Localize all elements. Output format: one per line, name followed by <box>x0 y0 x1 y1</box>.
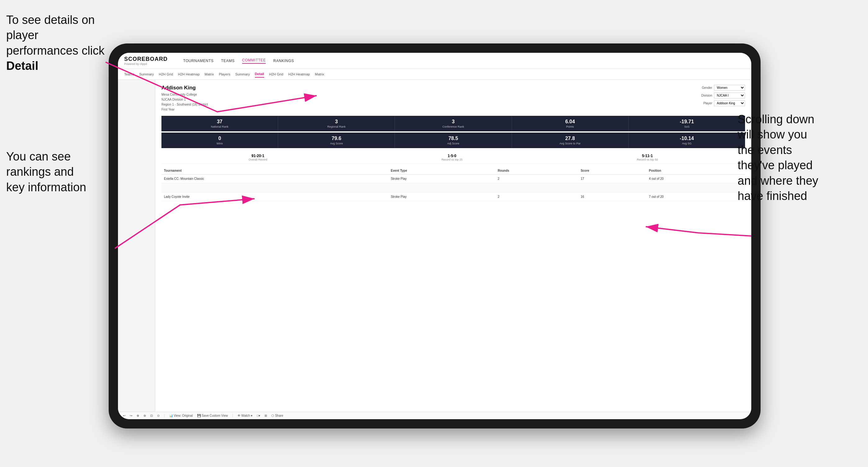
bottom-toolbar: ↩ ↪ ⊕ ⊛ ⊡ ⊙ | 📊 View: Original 💾 Save Cu… <box>118 412 751 419</box>
table-row-empty <box>161 183 745 192</box>
position: 7 out of 20 <box>646 192 745 201</box>
sos-label: SoS <box>631 125 743 128</box>
col-event-type: Event Type <box>389 167 495 175</box>
player-region: Region 1 - Southwest (18) District <box>161 102 208 107</box>
division-label: Division <box>701 94 712 97</box>
avg-score-label: Avg Score <box>281 142 392 145</box>
regional-rank-label: Regional Rank <box>281 125 392 128</box>
top-nav: SCOREBOARD Powered by clippd TOURNAMENTS… <box>118 53 751 69</box>
avg-score-to-par-value: 27.8 <box>515 136 626 141</box>
avg-score-value: 79.6 <box>281 136 392 141</box>
toolbar-watch[interactable]: 👁 Watch ▾ <box>238 414 253 417</box>
division-select[interactable]: NJCAA I NJCAA II <box>714 93 745 98</box>
tablet-screen: SCOREBOARD Powered by clippd TOURNAMENTS… <box>118 53 751 419</box>
nav-tournaments[interactable]: TOURNAMENTS <box>183 59 214 63</box>
toolbar-share[interactable]: ⬡ Share <box>271 414 283 417</box>
tournament-name: Lady Coyote Invite <box>161 192 389 201</box>
points-label: Points <box>515 125 626 128</box>
sos-value: -19.71 <box>631 119 743 125</box>
overall-record-value: 91-20-1 <box>249 154 267 158</box>
tab-summary[interactable]: Summary <box>139 71 154 77</box>
top25-record-label: Record vs top 25 <box>441 158 463 161</box>
stat-adj-score: 78.5 Adj Score <box>395 132 512 148</box>
tab-h2h-grid[interactable]: H2H Grid <box>159 71 173 77</box>
wins-label: Wins <box>164 142 275 145</box>
tournament-table: Tournament Event Type Rounds Score Posit… <box>161 167 745 201</box>
conference-rank-value: 3 <box>397 119 509 125</box>
toolbar-time[interactable]: ⊙ <box>157 414 160 417</box>
score: 16 <box>578 192 646 201</box>
player-school: Mesa Community College <box>161 92 208 97</box>
toolbar-settings[interactable]: ⊛ <box>144 414 146 417</box>
tablet-frame: SCOREBOARD Powered by clippd TOURNAMENTS… <box>108 43 761 429</box>
nav-rankings[interactable]: RANKINGS <box>273 59 294 63</box>
toolbar-undo[interactable]: ↩ <box>123 414 125 417</box>
toolbar-layout[interactable]: ⊡ <box>150 414 153 417</box>
col-position: Position <box>646 167 745 175</box>
player-division: NJCAA Division 1 <box>161 97 208 102</box>
tournament-name: Estella CC- Mountain Classic <box>161 175 389 183</box>
national-rank-label: National Rank <box>164 125 275 128</box>
player-filter-label: Player <box>704 101 712 105</box>
app-container: SCOREBOARD Powered by clippd TOURNAMENTS… <box>118 53 751 419</box>
tab-h2h-heatmap[interactable]: H2H Heatmap <box>178 71 199 77</box>
score: 17 <box>578 175 646 183</box>
col-score: Score <box>578 167 646 175</box>
stat-sos: -19.71 SoS <box>629 116 745 131</box>
regional-rank-value: 3 <box>281 119 392 125</box>
tab-matrix[interactable]: Matrix <box>205 71 214 77</box>
overall-record: 91-20-1 Overall Record <box>249 154 267 161</box>
player-panel: Addison King Mesa Community College NJCA… <box>155 80 751 412</box>
table-row: Lady Coyote Invite Stroke Play 2 16 7 ou… <box>161 192 745 201</box>
records-row: 91-20-1 Overall Record 1-5-0 Record vs t… <box>161 151 745 164</box>
adj-score-label: Adj Score <box>397 142 509 145</box>
tab-h2h-heatmap2[interactable]: H2H Heatmap <box>288 71 310 77</box>
rounds: 2 <box>495 192 578 201</box>
nav-teams[interactable]: TEAMS <box>221 59 235 63</box>
gender-select[interactable]: Women Men <box>714 85 745 91</box>
table-row: Estella CC- Mountain Classic Stroke Play… <box>161 175 745 183</box>
nav-committee[interactable]: COMMITTEE <box>242 58 266 64</box>
avg-score-to-par-label: Avg Score to Par <box>515 142 626 145</box>
toolbar-save-custom[interactable]: 💾 Save Custom View <box>197 414 228 417</box>
event-type: Stroke Play <box>389 175 495 183</box>
tab-teams[interactable]: Teams <box>124 71 134 77</box>
points-value: 6.04 <box>515 119 626 125</box>
toolbar-add[interactable]: ⊕ <box>136 414 139 417</box>
logo-area: SCOREBOARD Powered by clippd <box>124 56 168 65</box>
tab-h2h-grid2[interactable]: H2H Grid <box>269 71 283 77</box>
stat-wins: 0 Wins <box>161 132 278 148</box>
player-name: Addison King <box>161 85 208 91</box>
player-header: Addison King Mesa Community College NJCA… <box>161 85 745 112</box>
toolbar-redo[interactable]: ↪ <box>130 414 132 417</box>
stat-points: 6.04 Points <box>512 116 629 131</box>
annotation-bottom-left: You can seerankings andkey information <box>6 149 118 195</box>
top50-record: 5-11-1 Record vs top 50 <box>637 154 658 161</box>
player-info: Addison King Mesa Community College NJCA… <box>161 85 208 112</box>
toolbar-sep2: | <box>232 414 233 417</box>
player-filter-row: Player Addison King <box>704 100 745 106</box>
top50-record-value: 5-11-1 <box>637 154 658 158</box>
stat-avg-sg: -10.14 Avg SG <box>629 132 745 148</box>
player-select[interactable]: Addison King <box>714 100 745 106</box>
national-rank-value: 37 <box>164 119 275 125</box>
conference-rank-label: Conference Rank <box>397 125 509 128</box>
toolbar-view-original[interactable]: 📊 View: Original <box>169 414 193 417</box>
tab-matrix2[interactable]: Matrix <box>315 71 324 77</box>
toolbar-screen[interactable]: □▾ <box>257 414 260 417</box>
gender-label: Gender <box>702 86 712 89</box>
left-sidebar <box>118 80 155 412</box>
annotation-right: Scrolling downwill show youthe eventsthe… <box>738 112 862 204</box>
stat-conference-rank: 3 Conference Rank <box>395 116 512 131</box>
top25-record-value: 1-5-0 <box>441 154 463 158</box>
stat-avg-score-to-par: 27.8 Avg Score to Par <box>512 132 629 148</box>
stat-avg-score: 79.6 Avg Score <box>278 132 395 148</box>
tab-players[interactable]: Players <box>219 71 230 77</box>
sub-nav: Teams Summary H2H Grid H2H Heatmap Matri… <box>118 69 751 80</box>
event-type: Stroke Play <box>389 192 495 201</box>
toolbar-grid[interactable]: ⊞ <box>265 414 267 417</box>
tab-summary2[interactable]: Summary <box>235 71 250 77</box>
overall-record-label: Overall Record <box>249 158 267 161</box>
toolbar-sep1: | <box>164 414 165 417</box>
tab-detail[interactable]: Detail <box>255 71 264 77</box>
